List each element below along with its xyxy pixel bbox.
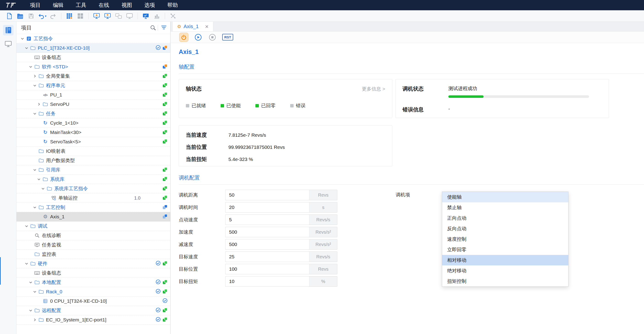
chevron-right-icon[interactable] [36,101,42,107]
activity-bar [0,22,16,334]
form-input-0[interactable] [226,190,309,200]
tree-item-row-25[interactable]: 设备组态 [16,268,170,278]
dropdown-option-8[interactable]: 扭矩控制 [442,276,568,287]
tree-item-ec-io-system-1-ec-port1[interactable]: EC_IO_System_1[EC-port1] [16,315,170,325]
tree-item-plc-1-t324-xe-cd-10[interactable]: PLC_1[T324-XE-CD-10] [16,43,170,53]
tree-item-row-17[interactable]: 单轴运控1.0 [16,193,170,203]
tree-item-row-24[interactable]: 硬件 [16,259,170,268]
chevron-down-icon[interactable] [36,176,42,182]
chevron-down-icon[interactable] [28,280,34,285]
tree-item-row-13[interactable]: 用户数据类型 [16,156,170,165]
power-button[interactable] [179,33,188,42]
filter-icon[interactable] [161,25,166,31]
more-info-link[interactable]: 更多信息 > [362,86,385,92]
trace-icon[interactable] [152,11,162,20]
chevron-right-icon[interactable] [32,317,38,323]
chevron-down-icon[interactable] [20,36,25,41]
sw-library-icon[interactable] [76,11,85,20]
chevron-down-icon[interactable] [24,45,29,51]
open-project-icon[interactable] [15,11,25,20]
online-monitor-icon[interactable] [141,11,150,20]
dropdown-option-4[interactable]: 速度控制 [442,234,568,244]
tree-item-row-15[interactable]: 系统库 [16,175,170,184]
sync-status-icon [162,130,168,135]
tree-item-row-14[interactable]: 引用库 [16,165,170,175]
tree-item-rack-0[interactable]: Rack_0 [16,287,170,297]
tree-item-row-2[interactable]: 设备组态 [16,53,170,62]
tree-item-row-18[interactable]: 工艺控制 [16,203,170,212]
monitor-icon[interactable] [125,11,134,20]
tree-item-row-4[interactable]: 全局变量集 [16,71,170,81]
form-input-4[interactable] [226,239,309,249]
run-button[interactable] [194,33,202,42]
chevron-down-icon[interactable] [24,223,29,229]
reset-button[interactable]: RST [222,34,233,40]
menu-item-3[interactable]: 在线 [92,0,115,10]
chevron-down-icon[interactable] [24,261,29,266]
menu-item-2[interactable]: 工具 [70,0,92,10]
tree-item-row-5[interactable]: 程序单元 [16,81,170,90]
menu-item-0[interactable]: 项目 [24,0,47,10]
tree-item-axis-1[interactable]: ⚙Axis_1 [16,212,170,222]
upload-from-plc-icon[interactable] [103,11,112,20]
chevron-down-icon[interactable] [32,83,38,88]
compare-icon[interactable] [114,11,123,20]
dropdown-option-5[interactable]: 立即回零 [442,244,568,255]
tree-item-row-23[interactable]: 监控表 [16,250,170,259]
tree-item-maintask-30[interactable]: ↻MainTask<30> [16,128,170,137]
redo-icon[interactable] [48,11,58,20]
tree-item-pu-1[interactable]: </>PU_1 [16,90,170,100]
tree-item-row-26[interactable]: 本地配置 [16,278,170,287]
tree-item-0-cpu-1-t324-xe-cd-10[interactable]: 0 CPU_1[T324-XE-CD-10] [16,297,170,306]
disconnect-icon[interactable] [168,11,178,20]
tab-close-icon[interactable]: × [205,23,208,29]
menu-item-1[interactable]: 编辑 [47,0,70,10]
tree-item-row-0[interactable]: 工艺指令 [16,34,170,43]
tree-item-row-22[interactable]: 任务监视 [16,240,170,250]
tree-item-servopu[interactable]: ServoPU [16,100,170,109]
download-to-plc-icon[interactable] [92,11,102,20]
form-input-1[interactable] [226,202,309,212]
chevron-down-icon[interactable] [32,167,38,173]
dropdown-option-6[interactable]: 相对移动 [442,255,568,265]
tree-item-row-29[interactable]: 远程配置 [16,306,170,315]
tree-item-std[interactable]: 软件 <STD> [16,62,170,71]
dropdown-option-3[interactable]: 反向点动 [442,223,568,234]
axis-toolbar: RST [170,31,644,43]
save-icon[interactable] [26,11,36,20]
chevron-down-icon[interactable] [32,289,38,295]
tree-item-cycle-1-10[interactable]: ↻Cycle_1<10> [16,118,170,128]
project-explorer-icon[interactable] [3,25,14,35]
hw-library-icon[interactable] [64,11,74,20]
form-input-6[interactable] [226,264,309,274]
form-input-3[interactable] [226,227,309,237]
form-input-5[interactable] [226,252,309,262]
stop-button[interactable] [208,33,217,42]
dropdown-option-1[interactable]: 禁止轴 [442,202,568,213]
menu-item-4[interactable]: 视图 [115,0,138,10]
menu-item-6[interactable]: 帮助 [161,0,184,10]
chevron-right-icon[interactable] [32,73,38,79]
tree-item-row-16[interactable]: 系统库工艺指令 [16,184,170,193]
form-input-7[interactable] [226,276,309,287]
menu-item-5[interactable]: 选项 [138,0,161,10]
dropdown-option-2[interactable]: 正向点动 [442,213,568,223]
tree-item-io[interactable]: IO映射表 [16,147,170,156]
new-project-icon[interactable] [4,11,14,20]
tree-item-servotask-5[interactable]: ↻ServoTask<5> [16,137,170,147]
search-icon[interactable] [150,25,154,30]
chevron-down-icon[interactable] [32,111,38,116]
chevron-down-icon[interactable] [32,205,38,210]
tree-item-row-20[interactable]: 调试 [16,222,170,231]
chevron-down-icon[interactable] [28,308,34,313]
dropdown-option-0[interactable]: 使能轴 [442,192,568,202]
chevron-down-icon[interactable] [28,64,34,69]
undo-icon[interactable]: ▾ [37,11,47,20]
chevron-down-icon[interactable] [40,186,46,191]
dropdown-option-7[interactable]: 绝对移动 [442,265,568,276]
tree-item-row-21[interactable]: 在线诊断 [16,231,170,240]
form-input-2[interactable] [226,215,309,225]
tab-axis-1[interactable]: ⚙ Axis_1 × [172,22,213,31]
device-view-icon[interactable] [3,39,14,49]
tree-item-row-8[interactable]: 任务 [16,109,170,118]
